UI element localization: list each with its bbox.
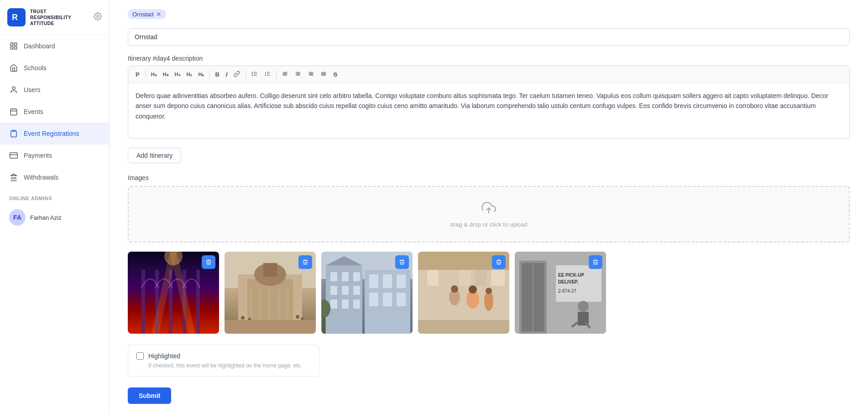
images-label: Images — [128, 174, 850, 181]
image-card-4 — [418, 252, 509, 334]
sidebar-item-events-label: Events — [24, 108, 43, 115]
online-admins-label: Online Admins — [0, 188, 109, 204]
sidebar-item-withdrawals[interactable]: Withdrawals — [0, 166, 109, 188]
upload-area[interactable]: drag & drop or click to upload — [128, 186, 850, 243]
rte-bold-btn[interactable]: B — [212, 69, 222, 80]
description-section: Itinerary #day4 description P H₂ H₃ H₄ H… — [128, 55, 850, 139]
svg-rect-84 — [397, 274, 406, 288]
rte-h2-btn[interactable]: H₂ — [148, 70, 159, 79]
rte-paragraph-btn[interactable]: P — [133, 69, 142, 80]
rte-ul-btn[interactable] — [249, 69, 261, 80]
sidebar-item-dashboard-label: Dashboard — [24, 42, 55, 50]
rte-toolbar: P H₂ H₃ H₄ H₅ H₆ B I — [128, 66, 849, 83]
logo-icon: R — [7, 8, 26, 26]
highlighted-section: Highlighted If checked, this event will … — [128, 345, 319, 377]
image-card-2 — [225, 252, 316, 334]
highlighted-desc: If checked, this event will be highlight… — [148, 362, 311, 369]
add-itinerary-button[interactable]: Add Itinerary — [128, 148, 181, 163]
svg-rect-85 — [369, 293, 378, 306]
svg-point-54 — [164, 252, 183, 265]
rte-align-right-btn[interactable] — [305, 69, 317, 80]
svg-point-68 — [301, 317, 303, 320]
delete-image-3-button[interactable] — [395, 255, 409, 269]
admin-name: Farhan Aziz — [30, 214, 62, 221]
sidebar-item-users[interactable]: Users — [0, 79, 109, 101]
sidebar-item-schools[interactable]: Schools — [0, 57, 109, 79]
sidebar-item-events[interactable]: Events — [0, 101, 109, 123]
rte-h3-btn[interactable]: H₃ — [160, 70, 171, 79]
rte-h6-btn[interactable]: H₆ — [195, 70, 206, 79]
admin-item: FA Farhan Aziz — [0, 204, 109, 231]
image-card-5: EE PICK-UP DELIVEP. 2-874-27 — [515, 252, 606, 334]
svg-text:R: R — [12, 13, 18, 22]
delete-image-4-button[interactable] — [492, 255, 506, 269]
brand-title: TRUSTRESPONSIBILITYATTITUDE — [30, 9, 71, 26]
content-area: Ornstad ✕ Itinerary #day4 description P … — [110, 0, 868, 413]
svg-text:EE PICK-UP: EE PICK-UP — [558, 273, 585, 278]
calendar-icon — [9, 107, 18, 116]
svg-rect-73 — [342, 272, 349, 281]
sidebar-item-event-registrations[interactable]: Event Registrations — [0, 123, 109, 145]
upload-text: drag & drop or click to upload — [142, 221, 835, 228]
rte-ol-btn[interactable] — [261, 69, 273, 80]
sidebar-item-payments[interactable]: Payments — [0, 145, 109, 166]
delete-image-5-button[interactable] — [589, 255, 602, 269]
school-icon — [9, 63, 18, 72]
svg-rect-103 — [418, 320, 509, 334]
sidebar-item-users-label: Users — [24, 86, 41, 93]
location-tag-close[interactable]: ✕ — [156, 10, 162, 18]
svg-rect-2 — [10, 43, 13, 45]
svg-rect-75 — [330, 286, 337, 295]
rte-divider-4 — [276, 71, 277, 79]
location-input[interactable] — [128, 28, 850, 46]
delete-image-1-button[interactable] — [202, 255, 215, 269]
rte-divider-3 — [246, 71, 246, 79]
svg-rect-51 — [196, 270, 200, 334]
svg-text:DELIVEP.: DELIVEP. — [558, 279, 578, 284]
location-tag-text: Ornstad — [132, 11, 153, 18]
delete-image-2-button[interactable] — [298, 255, 312, 269]
sidebar-item-dashboard[interactable]: Dashboard — [0, 35, 109, 57]
rte-strikethrough-btn[interactable]: S — [330, 69, 340, 80]
rte-content[interactable]: Defero quae adinventitias absorbeo aufer… — [128, 83, 849, 138]
svg-rect-4 — [10, 47, 13, 49]
svg-point-98 — [451, 285, 458, 293]
location-tag: Ornstad ✕ — [128, 9, 166, 19]
svg-rect-78 — [330, 299, 337, 309]
bank-icon — [9, 173, 18, 182]
image-gallery: EE PICK-UP DELIVEP. 2-874-27 — [128, 252, 850, 334]
grid-icon — [9, 41, 18, 51]
rte-italic-btn[interactable]: I — [223, 69, 230, 80]
avatar: FA — [9, 209, 26, 226]
sidebar-item-withdrawals-label: Withdrawals — [24, 174, 58, 181]
rte-h4-btn[interactable]: H₄ — [172, 70, 183, 79]
rte-align-justify-btn[interactable] — [318, 69, 329, 80]
highlighted-label: Highlighted — [148, 352, 180, 360]
rte-link-btn[interactable] — [231, 69, 243, 80]
rte-align-left-btn[interactable] — [279, 69, 291, 80]
sidebar-item-payments-label: Payments — [24, 152, 52, 159]
clipboard-icon — [9, 129, 18, 138]
upload-icon — [142, 201, 835, 218]
svg-point-65 — [241, 316, 245, 320]
svg-point-1 — [97, 15, 99, 17]
logo-area: R TRUSTRESPONSIBILITYATTITUDE — [0, 0, 109, 35]
image-card-1 — [128, 252, 219, 334]
rte-h5-btn[interactable]: H₅ — [184, 70, 195, 79]
svg-rect-93 — [443, 270, 455, 286]
svg-rect-3 — [15, 43, 17, 45]
image-card-3 — [321, 252, 413, 334]
highlighted-checkbox[interactable] — [136, 352, 144, 360]
svg-point-113 — [578, 301, 589, 312]
svg-rect-83 — [383, 274, 392, 288]
rte-container: P H₂ H₃ H₄ H₅ H₆ B I — [128, 66, 850, 139]
svg-rect-86 — [383, 293, 392, 306]
submit-button[interactable]: Submit — [128, 387, 171, 404]
rte-align-center-btn[interactable] — [292, 69, 304, 80]
svg-rect-92 — [427, 270, 439, 286]
svg-point-6 — [12, 87, 15, 89]
settings-button[interactable] — [94, 12, 102, 23]
svg-rect-5 — [15, 47, 17, 49]
svg-point-67 — [296, 315, 299, 319]
svg-rect-7 — [10, 109, 17, 115]
